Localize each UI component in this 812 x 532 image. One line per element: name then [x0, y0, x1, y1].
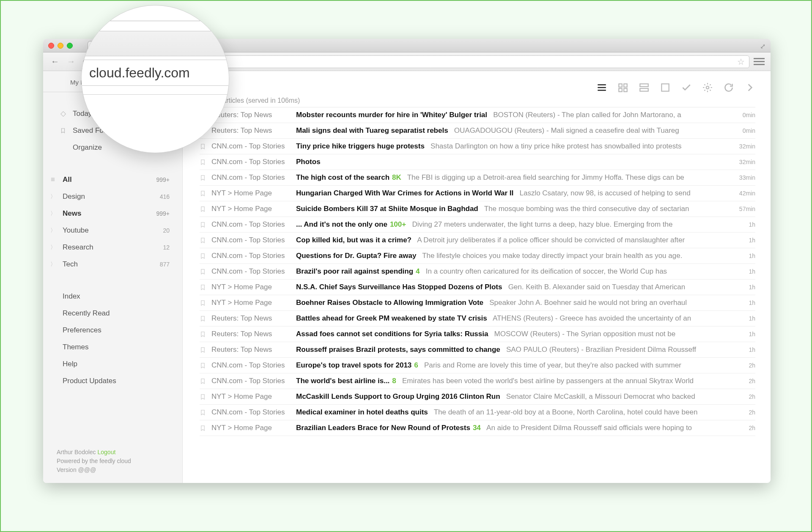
bookmark-icon[interactable]	[200, 409, 211, 416]
zoom-icon[interactable]	[67, 43, 73, 49]
bookmark-icon[interactable]	[200, 315, 211, 322]
main: VS unread articles (served in 106ms)	[183, 71, 771, 483]
bookmark-star-icon[interactable]: ☆	[737, 57, 745, 67]
article-time: 0min	[732, 127, 755, 134]
list-icon: ≡	[49, 176, 57, 184]
bookmark-icon[interactable]	[200, 222, 211, 228]
bookmark-icon[interactable]	[200, 269, 211, 275]
article-count: 100+	[390, 220, 406, 228]
view-tools	[596, 80, 755, 93]
article-summary: ATHENS (Reuters) - Greece has avoided th…	[493, 314, 691, 322]
bookmark-icon[interactable]	[200, 425, 211, 431]
bookmark-icon[interactable]	[200, 378, 211, 384]
sidebar-item-label: Preferences	[63, 326, 170, 335]
article-summary: Shasta Darlington on how a tiny price hi…	[431, 142, 681, 150]
bookmark-icon[interactable]	[200, 190, 211, 197]
article-title: Cop killed kid, but was it a crime?	[296, 236, 411, 244]
article-row[interactable]: CNN.com - Top StoriesQuestions for Dr. G…	[200, 248, 755, 264]
article-summary: An aide to President Dilma Rousseff said…	[486, 424, 692, 432]
fullscreen-icon[interactable]: ⤢	[760, 42, 765, 50]
article-title: Hungarian Charged With War Crimes for Ac…	[296, 189, 513, 197]
sidebar-link[interactable]: Product Updates	[47, 373, 172, 389]
bookmark-icon[interactable]	[200, 253, 211, 259]
sidebar-item-all[interactable]: ≡ All 999+	[47, 171, 172, 188]
bookmark-icon[interactable]	[200, 175, 211, 181]
article-row[interactable]: CNN.com - Top StoriesPhotos32min	[200, 154, 755, 170]
article-row[interactable]: CNN.com - Top StoriesMedical examiner in…	[200, 405, 755, 420]
sidebar-item-category[interactable]: 〉Tech877	[47, 256, 172, 273]
bookmark-icon[interactable]	[200, 284, 211, 291]
article-row[interactable]: NYT > Home PageSuicide Bombers Kill 37 a…	[200, 201, 755, 217]
refresh-icon[interactable]	[723, 82, 734, 93]
sidebar-item-category[interactable]: 〉Design416	[47, 188, 172, 205]
article-row[interactable]: NYT > Home PageBrazilian Leaders Brace f…	[200, 420, 755, 436]
main-header: VS unread articles (served in 106ms)	[200, 80, 755, 104]
article-source: NYT > Home Page	[211, 189, 296, 197]
article-row[interactable]: Reuters: Top NewsMali signs deal with Tu…	[200, 123, 755, 139]
article-row[interactable]: Reuters: Top NewsBattles ahead for Greek…	[200, 311, 755, 326]
sidebar-link[interactable]: Themes	[47, 339, 172, 356]
bookmark-icon[interactable]	[200, 206, 211, 212]
minimize-icon[interactable]	[58, 43, 63, 49]
mark-read-icon[interactable]	[681, 82, 692, 93]
view-card-icon[interactable]	[660, 82, 671, 93]
article-time: 1h	[732, 284, 755, 291]
article-source: NYT > Home Page	[211, 424, 296, 432]
window-controls	[48, 43, 73, 49]
forward-icon[interactable]: →	[65, 57, 77, 66]
article-row[interactable]: NYT > Home PageMcCaskill Lends Support t…	[200, 389, 755, 405]
back-icon[interactable]: ←	[49, 57, 61, 66]
article-time: 1h	[732, 268, 755, 275]
svg-rect-5	[640, 88, 648, 91]
view-rows-icon[interactable]	[639, 82, 650, 93]
article-row[interactable]: Reuters: Top NewsAssad foes cannot set c…	[200, 326, 755, 342]
settings-icon[interactable]	[702, 82, 713, 93]
sidebar-link[interactable]: Index	[47, 288, 172, 305]
article-summary: BOSTON (Reuters) - The plan called for J…	[493, 111, 681, 119]
article-row[interactable]: CNN.com - Top StoriesCop killed kid, but…	[200, 233, 755, 248]
article-row[interactable]: CNN.com - Top StoriesThe world's best ai…	[200, 373, 755, 389]
article-title: The high cost of the search	[296, 173, 390, 181]
article-time: 0min	[732, 112, 755, 118]
article-title: ... And it's not the only one	[296, 220, 387, 228]
svg-rect-4	[640, 84, 648, 87]
article-row[interactable]: Reuters: Top NewsRousseff praises Brazil…	[200, 342, 755, 358]
article-row[interactable]: NYT > Home PageBoehner Raises Obstacle t…	[200, 295, 755, 311]
article-row[interactable]: Reuters: Top NewsMobster recounts murder…	[200, 107, 755, 123]
sidebar-link[interactable]: Recently Read	[47, 305, 172, 322]
bookmark-icon[interactable]	[200, 143, 211, 150]
article-summary: Emirates has been voted the world's best…	[402, 377, 694, 385]
bookmark-icon[interactable]	[200, 394, 211, 400]
article-row[interactable]: CNN.com - Top StoriesTiny price hike tri…	[200, 139, 755, 154]
bookmark-icon[interactable]	[200, 347, 211, 353]
bookmark-icon[interactable]	[200, 362, 211, 369]
article-row[interactable]: CNN.com - Top Stories... And it's not th…	[200, 217, 755, 233]
article-row[interactable]: CNN.com - Top StoriesBrazil's poor rail …	[200, 264, 755, 280]
article-source: Reuters: Top News	[211, 330, 296, 338]
sidebar-link[interactable]: Help	[47, 356, 172, 373]
bookmark-icon[interactable]	[200, 331, 211, 337]
next-icon[interactable]	[744, 82, 755, 93]
sidebar-item-category[interactable]: 〉News999+	[47, 205, 172, 222]
article-row[interactable]: NYT > Home PageHungarian Charged With Wa…	[200, 186, 755, 201]
bookmark-icon[interactable]	[200, 237, 211, 244]
close-icon[interactable]	[48, 43, 54, 49]
view-tiles-icon[interactable]	[617, 82, 628, 93]
logout-link[interactable]: Logout	[98, 449, 116, 455]
bookmark-icon[interactable]	[200, 300, 211, 306]
sidebar-item-label: Help	[63, 360, 170, 368]
chevron-right-icon: 〉	[49, 210, 57, 217]
sidebar-item-category[interactable]: 〉Research12	[47, 239, 172, 256]
article-row[interactable]: CNN.com - Top StoriesEurope's top travel…	[200, 358, 755, 373]
sidebar-item-label: Product Updates	[63, 377, 170, 385]
view-list-dense-icon[interactable]	[596, 82, 607, 93]
sidebar-item-label: Tech	[63, 260, 154, 269]
article-count: 34	[473, 424, 481, 432]
article-source: CNN.com - Top Stories	[211, 267, 296, 276]
sidebar-item-category[interactable]: 〉Youtube20	[47, 222, 172, 239]
bookmark-icon[interactable]	[200, 159, 211, 165]
article-row[interactable]: CNN.com - Top StoriesThe high cost of th…	[200, 170, 755, 186]
sidebar-link[interactable]: Preferences	[47, 322, 172, 339]
browser-menu-icon[interactable]	[754, 58, 765, 65]
article-row[interactable]: NYT > Home PageN.S.A. Chief Says Surveil…	[200, 280, 755, 295]
